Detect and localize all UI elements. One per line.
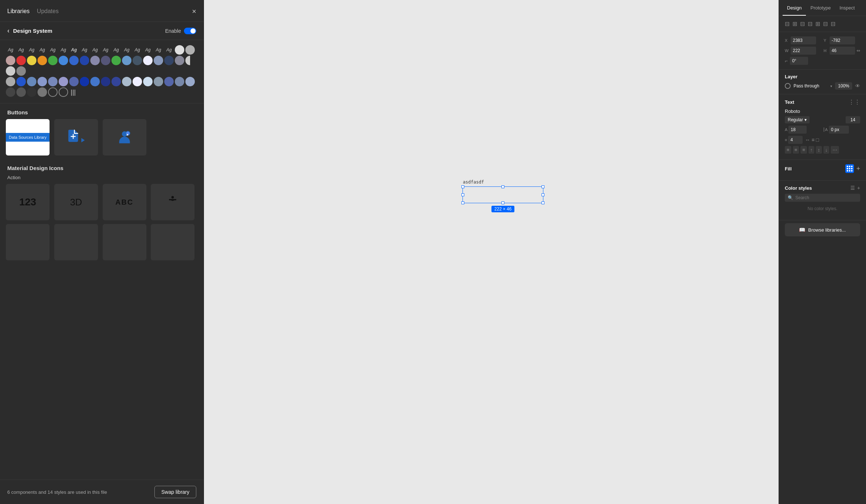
component-icon-extra3[interactable] [103, 224, 146, 260]
swatch-lavender[interactable] [59, 77, 68, 86]
component-icon-extra2[interactable] [54, 224, 98, 260]
fill-style-button[interactable] [845, 164, 854, 173]
swatch-text-4[interactable]: Ag [38, 45, 47, 55]
swatch-slate[interactable] [133, 56, 142, 65]
swatch-d2[interactable] [16, 87, 26, 97]
tab-design[interactable]: Design [783, 0, 806, 16]
text-align-right-btn[interactable]: ≡ [800, 146, 807, 154]
swatch-pale-blue[interactable] [122, 77, 131, 86]
visibility-icon[interactable]: 👁 [855, 83, 860, 89]
swatch-blue-dark[interactable] [80, 56, 89, 65]
swatch-blue-gray[interactable] [90, 56, 100, 65]
bars-icon[interactable]: ||| [71, 88, 76, 96]
align-right-icon[interactable]: ⊟ [800, 20, 805, 27]
swatch-mid-gray-2[interactable] [16, 66, 26, 76]
selected-frame[interactable]: asdfasdf 222 × 46 [462, 186, 543, 203]
swatch-gray-blue[interactable] [175, 56, 184, 65]
swatch-indigo[interactable] [111, 77, 121, 86]
swatch-outline-1[interactable] [48, 87, 58, 97]
resize-handle-tr[interactable] [542, 185, 544, 188]
swatch-half[interactable] [185, 56, 195, 65]
swatch-text-13[interactable]: Ag [133, 45, 142, 55]
distribute-icon[interactable]: ⊟ [831, 20, 835, 27]
component-card-1[interactable]: Data Sources Library [6, 119, 50, 155]
layer-mode-chevron[interactable]: ▾ [830, 84, 832, 88]
tab-inspect[interactable]: Inspect [835, 0, 859, 16]
swatch-light-gray-2[interactable] [6, 66, 15, 76]
font-style-selector[interactable]: Regular ▾ [785, 116, 810, 123]
resize-handle-bm[interactable] [501, 201, 504, 204]
swatch-text-3[interactable]: Ag [27, 45, 36, 55]
component-icon-123[interactable]: 123 [6, 184, 50, 220]
swatch-text-11[interactable]: Ag [111, 45, 121, 55]
swatch-d4[interactable] [38, 87, 47, 97]
browse-libraries-button[interactable]: 📖 Browse libraries... [785, 223, 860, 236]
add-fill-button[interactable]: + [856, 164, 860, 173]
swatch-text-2[interactable]: Ag [16, 45, 26, 55]
component-icon-abc[interactable]: ABC [103, 184, 146, 220]
x-input[interactable] [791, 36, 816, 44]
swatch-text-9[interactable]: Ag [90, 45, 100, 55]
add-color-style-icon[interactable]: + [857, 185, 860, 191]
align-top-icon[interactable]: ⊟ [808, 20, 812, 27]
angle-input[interactable] [790, 57, 808, 65]
line-height-input[interactable] [788, 126, 807, 134]
swatch-red[interactable] [16, 56, 26, 65]
text-more-options-btn[interactable]: ⋯ [831, 146, 839, 154]
canvas-element[interactable]: asdfasdf 222 × 46 [462, 186, 543, 203]
y-input[interactable] [830, 36, 855, 44]
swatch-ghost-white[interactable] [133, 77, 142, 86]
text-align-left-btn[interactable]: ≡ [785, 146, 791, 154]
canvas-area[interactable]: asdfasdf 222 × 46 [204, 0, 779, 504]
swatch-text-7[interactable]: Ag [69, 45, 79, 55]
swatch-text-16[interactable]: Ag [164, 45, 174, 55]
align-bottom-icon[interactable]: ⊟ [823, 20, 828, 27]
font-size-value[interactable]: 14 [846, 116, 860, 123]
swatch-white-blue[interactable] [143, 56, 153, 65]
swatch-green-2[interactable] [111, 56, 121, 65]
enable-toggle-switch[interactable] [184, 28, 196, 34]
swatch-a1[interactable] [6, 77, 15, 86]
component-icon-3d[interactable]: 3D [54, 184, 98, 220]
resize-handle-bl[interactable] [461, 201, 464, 204]
swatch-slate-3[interactable] [154, 77, 163, 86]
w-input[interactable] [791, 47, 816, 55]
swatch-text-12[interactable]: Ag [122, 45, 131, 55]
resize-handle-br[interactable] [542, 201, 544, 204]
component-icon-extra4[interactable] [151, 224, 194, 260]
search-box[interactable]: 🔍 [785, 194, 860, 202]
swatch-slate-2[interactable] [154, 56, 163, 65]
swatch-text-14[interactable]: Ag [143, 45, 153, 55]
swatch-text-5[interactable]: Ag [48, 45, 58, 55]
swatch-color-light-gray[interactable] [175, 45, 184, 55]
swatch-text-15[interactable]: Ag [154, 45, 163, 55]
text-valign-bottom-btn[interactable]: ↓ [823, 146, 830, 154]
align-left-icon[interactable]: ⊟ [785, 20, 790, 27]
swatch-outline-2[interactable] [59, 87, 68, 97]
swatch-yellow-light[interactable] [27, 56, 36, 65]
swatch-green[interactable] [48, 56, 58, 65]
align-center-h-icon[interactable]: ⊞ [792, 20, 797, 27]
swap-library-button[interactable]: Swap library [154, 486, 196, 498]
resize-handle-tm[interactable] [501, 185, 504, 188]
swatch-blue-3[interactable] [16, 77, 26, 86]
tab-prototype[interactable]: Prototype [806, 0, 835, 16]
resize-proportional-icon[interactable]: ⇔ [857, 48, 860, 53]
swatch-dark-royal[interactable] [101, 77, 110, 86]
swatch-royal-blue[interactable] [80, 77, 89, 86]
swatch-text-1[interactable]: Ag [6, 45, 15, 55]
align-center-v-icon[interactable]: ⊞ [815, 20, 820, 27]
swatch-orange[interactable] [38, 56, 47, 65]
resize-handle-mr[interactable] [542, 193, 544, 196]
component-icon-accessibility[interactable] [151, 184, 194, 220]
text-align-center-btn[interactable]: ≡ [793, 146, 799, 154]
swatch-d3[interactable] [27, 87, 36, 97]
component-card-2[interactable] [54, 119, 98, 155]
swatch-blue-medium[interactable] [59, 56, 68, 65]
component-card-3[interactable]: ▶ [103, 119, 146, 155]
swatch-text-6[interactable]: Ag [59, 45, 68, 55]
layer-percent-value[interactable]: 100% [835, 82, 852, 90]
swatch-d1[interactable] [6, 87, 15, 97]
text-more-icon[interactable]: ⋮⋮ [849, 99, 860, 106]
swatch-light-blue-gray[interactable] [38, 77, 47, 86]
